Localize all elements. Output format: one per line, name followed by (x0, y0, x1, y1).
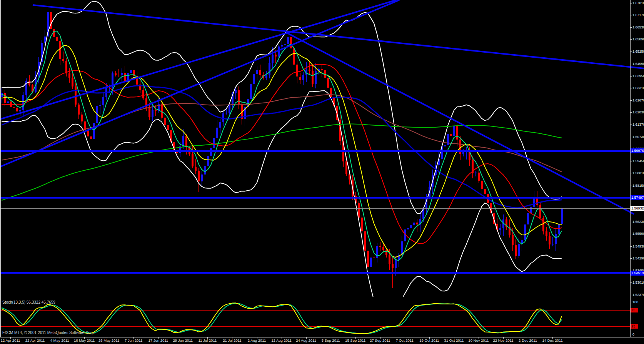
price-tick-label: 1.53010 (632, 281, 644, 284)
price-tick-label: 1.67170 (632, 13, 644, 17)
price-tick-mark (630, 258, 632, 259)
price-tick-label: 1.61370 (632, 123, 644, 126)
price-tick-mark (630, 137, 632, 137)
price-tick-mark (630, 3, 632, 3)
price-tick-mark (630, 125, 632, 125)
date-tick-label: 2 Aug 2011 (248, 338, 266, 342)
price-tick-mark (630, 246, 632, 247)
date-tick-label: 15 Sep 2011 (345, 338, 365, 342)
date-tick-label: 16 May 2011 (74, 338, 95, 342)
date-tick-label: 27 Sep 2011 (370, 338, 390, 342)
price-tick-mark (630, 295, 632, 295)
price-tick-mark (630, 186, 632, 186)
price-tick-label: 1.63310 (632, 86, 644, 90)
date-tick-label: 22 Nov 2011 (493, 338, 513, 342)
stochastic-scale-label: 0 (632, 332, 634, 336)
price-tick-mark (630, 52, 632, 52)
price-tick-mark (630, 88, 632, 88)
date-tick-label: 14 Dec 2011 (542, 338, 563, 342)
time-axis[interactable]: 12 Apr 201122 Apr 20114 May 201116 May 2… (0, 337, 644, 344)
price-tick-mark (630, 283, 632, 283)
date-tick-label: 17 Jun 2011 (148, 338, 169, 342)
price-level-label: 1.53519 (631, 271, 644, 276)
price-tick-label: 1.58150 (632, 184, 644, 188)
date-tick-label: 31 Oct 2011 (444, 338, 464, 342)
mt4-chart-window: Stoch(13,3,5) 56.3322 45.7659 1.678101.6… (0, 0, 644, 344)
date-tick-label: 12 Aug 2011 (271, 338, 292, 342)
copyright-text: FXCM MT4, © 2001-2011 MetaQuotes Softwar… (2, 331, 95, 335)
date-tick-label: 24 Aug 2011 (296, 338, 316, 342)
date-tick-label: 21 Jul 2011 (223, 338, 241, 342)
price-tick-label: 1.58810 (632, 171, 644, 175)
price-tick-mark (630, 39, 632, 40)
price-tick-mark (630, 222, 632, 222)
price-tick-label: 1.64590 (632, 62, 644, 66)
stochastic-level-label: 25 (631, 324, 638, 329)
date-tick-label: 19 Oct 2011 (419, 338, 439, 342)
price-level-label: 1.59976 (631, 148, 644, 153)
price-tick-mark (630, 234, 632, 234)
date-tick-label: 2 Dec 2011 (519, 338, 537, 342)
current-price-label: 1.56932 (631, 206, 644, 211)
price-tick-label: 1.60730 (632, 135, 644, 139)
price-tick-label: 1.59450 (632, 159, 644, 163)
price-tick-mark (630, 15, 632, 15)
date-tick-label: 11 Jul 2011 (199, 338, 217, 342)
date-tick-label: 12 Apr 2011 (1, 338, 20, 342)
date-tick-label: 22 Apr 2011 (25, 338, 45, 342)
price-tick-label: 1.67810 (632, 1, 644, 5)
date-tick-label: 7 Jun 2011 (125, 338, 142, 342)
price-tick-mark (630, 100, 632, 101)
date-tick-label: 29 Jun 2011 (173, 338, 193, 342)
price-tick-label: 1.65250 (632, 50, 644, 53)
date-tick-label: 5 Sep 2011 (322, 338, 340, 342)
stochastic-level-label: 75 (631, 308, 638, 312)
date-tick-label: 4 May 2011 (50, 338, 69, 342)
price-tick-label: 1.62670 (632, 98, 644, 102)
price-tick-label: 1.54290 (632, 256, 644, 260)
price-tick-mark (630, 112, 632, 113)
price-tick-label: 1.54930 (632, 244, 644, 248)
price-tick-mark (630, 76, 632, 76)
price-tick-label: 1.65890 (632, 37, 644, 41)
price-tick-label: 1.66530 (632, 25, 644, 29)
price-tick-mark (630, 27, 632, 28)
price-tick-mark (630, 173, 632, 173)
price-tick-label: 1.62030 (632, 110, 644, 114)
price-tick-label: 1.52370 (632, 293, 644, 297)
price-tick-mark (630, 161, 632, 161)
date-tick-label: 7 Oct 2011 (396, 338, 414, 342)
price-axis[interactable]: 1.678101.671701.665301.658901.652501.645… (0, 0, 644, 337)
stochastic-scale-label: 100 (632, 300, 638, 304)
price-level-label: 1.57497 (631, 195, 644, 200)
price-tick-label: 1.63950 (632, 74, 644, 78)
date-tick-label: 10 Nov 2011 (468, 338, 489, 342)
price-tick-label: 1.55590 (632, 232, 644, 236)
date-tick-label: 26 May 2011 (98, 338, 119, 342)
price-tick-label: 1.56230 (632, 220, 644, 224)
price-tick-mark (630, 64, 632, 64)
